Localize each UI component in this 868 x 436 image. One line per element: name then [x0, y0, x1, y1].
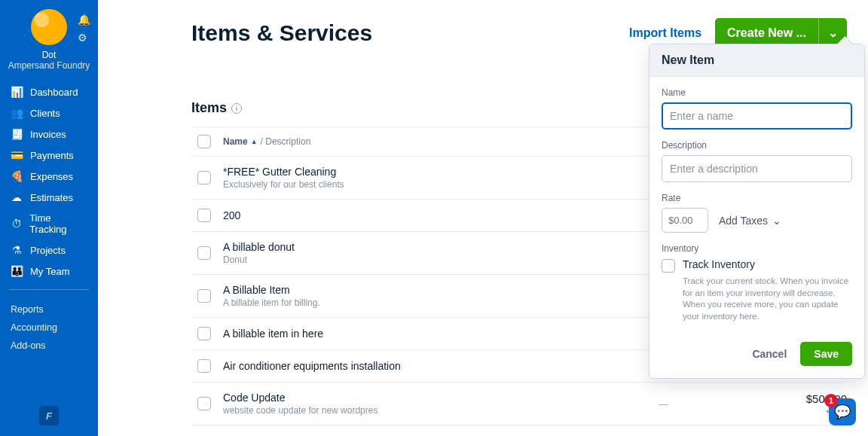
- item-name: A billable donut: [223, 241, 659, 253]
- item-stock: —: [659, 398, 749, 410]
- secondary-nav: Reports Accounting Add-ons: [0, 300, 98, 355]
- item-description: Donut: [223, 255, 659, 265]
- table-row[interactable]: Colin is Fab hello — $0.00: [191, 425, 847, 436]
- sidebar-item-label: Projects: [30, 245, 66, 256]
- inventory-label: Inventory: [662, 243, 852, 254]
- chevron-down-icon: ⌄: [772, 215, 781, 227]
- sidebar-item-label: Dashboard: [30, 87, 78, 98]
- estimates-icon: ☁: [11, 191, 23, 203]
- projects-icon: ⚗: [11, 244, 23, 256]
- item-name: Code Update: [223, 392, 659, 404]
- sidebar-item-label: Estimates: [30, 192, 73, 203]
- avatar[interactable]: [31, 9, 67, 45]
- sidebar-item-timetracking[interactable]: ⏱Time Tracking: [0, 208, 98, 239]
- sidebar-item-clients[interactable]: 👥Clients: [0, 102, 98, 123]
- sidebar-item-payments[interactable]: 💳Payments: [0, 145, 98, 166]
- row-checkbox[interactable]: [197, 171, 211, 184]
- sidebar-item-myteam[interactable]: 👪My Team: [0, 261, 98, 282]
- track-inventory-checkbox[interactable]: [662, 259, 675, 273]
- company-name: Ampersand Foundry: [8, 60, 90, 71]
- row-checkbox[interactable]: [197, 327, 211, 340]
- clients-icon: 👥: [11, 107, 23, 119]
- item-description: A billable item for billing.: [223, 297, 659, 308]
- sidebar-item-label: Add-ons: [11, 340, 46, 351]
- track-inventory-label: Track Inventory: [683, 258, 755, 273]
- item-name: A billable item in here: [223, 328, 659, 340]
- sidebar-item-addons[interactable]: Add-ons: [0, 337, 98, 355]
- row-checkbox[interactable]: [197, 246, 211, 260]
- description-label: Description: [662, 140, 852, 151]
- name-label: Name: [662, 87, 852, 98]
- chat-icon: 💬: [834, 404, 851, 420]
- notification-badge: 1: [824, 394, 838, 407]
- popover-title: New Item: [649, 44, 864, 77]
- row-checkbox[interactable]: [197, 289, 211, 303]
- table-row[interactable]: Code Update website code update for new …: [191, 383, 847, 425]
- gear-icon[interactable]: ⚙: [78, 32, 90, 44]
- rate-label: Rate: [662, 193, 852, 203]
- row-checkbox[interactable]: [197, 397, 211, 410]
- create-new-label: Create New ...: [715, 19, 818, 47]
- sidebar-item-projects[interactable]: ⚗Projects: [0, 239, 98, 261]
- app-logo-icon[interactable]: F: [39, 406, 59, 425]
- primary-nav: 📊Dashboard 👥Clients 🧾Invoices 💳Payments …: [0, 81, 98, 282]
- team-icon: 👪: [11, 265, 23, 277]
- item-name: 200: [223, 209, 659, 221]
- item-name: *FREE* Gutter Cleaning: [223, 166, 659, 178]
- sidebar-footer: F: [0, 406, 98, 430]
- sidebar-item-label: My Team: [30, 266, 70, 277]
- item-description: Exclusively for our best clients: [223, 179, 659, 190]
- clock-icon: ⏱: [11, 218, 22, 230]
- sidebar-item-label: Time Tracking: [29, 212, 87, 235]
- sidebar-item-label: Reports: [11, 304, 44, 315]
- save-button[interactable]: Save: [800, 342, 852, 366]
- sidebar-item-expenses[interactable]: 🍕Expenses: [0, 166, 98, 187]
- sidebar-header: 🔔 ⚙ Dot Ampersand Foundry: [0, 9, 98, 78]
- sidebar-item-label: Clients: [30, 108, 60, 119]
- sidebar-item-label: Payments: [30, 150, 74, 161]
- rate-input[interactable]: [662, 208, 708, 233]
- track-inventory-help: Track your current stock. When you invoi…: [683, 276, 852, 322]
- main-content: Items & Services Import Items Create New…: [98, 0, 868, 436]
- description-input[interactable]: [662, 155, 852, 182]
- sidebar-item-dashboard[interactable]: 📊Dashboard: [0, 81, 98, 102]
- bell-icon[interactable]: 🔔: [78, 14, 90, 26]
- user-name: Dot: [42, 50, 57, 60]
- sidebar-item-estimates[interactable]: ☁Estimates: [0, 187, 98, 208]
- expenses-icon: 🍕: [11, 170, 23, 182]
- sidebar-item-label: Invoices: [30, 129, 66, 140]
- name-input[interactable]: [662, 102, 852, 130]
- sidebar-item-label: Accounting: [11, 322, 57, 333]
- sidebar-item-label: Expenses: [30, 171, 73, 182]
- sidebar: 🔔 ⚙ Dot Ampersand Foundry 📊Dashboard 👥Cl…: [0, 0, 98, 436]
- select-all-checkbox[interactable]: [197, 135, 211, 148]
- row-checkbox[interactable]: [197, 359, 211, 373]
- add-taxes-dropdown[interactable]: Add Taxes ⌄: [719, 215, 781, 227]
- import-items-link[interactable]: Import Items: [629, 26, 701, 40]
- col-name[interactable]: Name ▲ / Description: [223, 136, 659, 147]
- cancel-button[interactable]: Cancel: [752, 348, 787, 360]
- dashboard-icon: 📊: [11, 86, 23, 98]
- new-item-popover: New Item Name Description Rate Add Taxes…: [649, 44, 865, 379]
- row-checkbox[interactable]: [197, 209, 211, 222]
- page-title: Items & Services: [191, 20, 372, 46]
- info-icon[interactable]: i: [231, 103, 242, 114]
- item-name: Air conditioner equipments installation: [223, 360, 659, 372]
- payments-icon: 💳: [11, 149, 23, 161]
- sidebar-item-accounting[interactable]: Accounting: [0, 319, 98, 337]
- sidebar-item-reports[interactable]: Reports: [0, 300, 98, 319]
- section-title: Items: [191, 100, 227, 116]
- sidebar-item-invoices[interactable]: 🧾Invoices: [0, 123, 98, 145]
- sort-asc-icon: ▲: [251, 138, 258, 145]
- help-chat-button[interactable]: 💬 1: [829, 398, 856, 425]
- item-description: website code update for new wordpres: [223, 405, 659, 416]
- item-name: A Billable Item: [223, 284, 659, 296]
- nav-divider: [9, 289, 89, 290]
- invoices-icon: 🧾: [11, 128, 23, 140]
